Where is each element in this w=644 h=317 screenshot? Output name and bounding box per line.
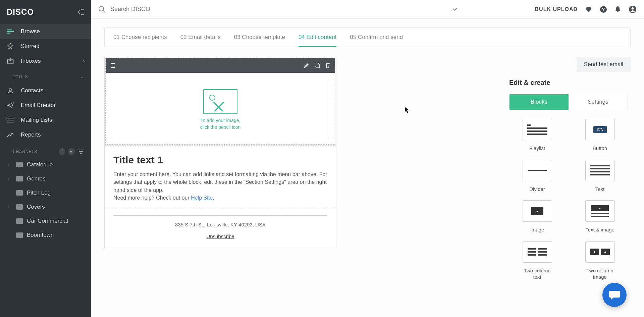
tab-settings[interactable]: Settings — [569, 94, 628, 110]
nav-label: Browse — [21, 28, 40, 35]
unsubscribe-link[interactable]: Unsubscribe — [113, 233, 327, 239]
bulk-upload-button[interactable]: BULK UPLOAD — [535, 6, 578, 12]
wizard-step-2[interactable]: 03 Choose template — [234, 28, 285, 47]
contacts-icon — [7, 87, 14, 94]
folder-icon — [16, 232, 23, 238]
nav-label: Email Creator — [21, 102, 56, 109]
channel-item-covers[interactable]: › Covers — [0, 200, 91, 214]
inspector-tabs: Blocks Settings — [509, 94, 628, 110]
block-thumb: ▲ — [585, 200, 615, 222]
send-icon — [7, 102, 14, 108]
section-tools-header[interactable]: TOOLS ⌄ — [0, 70, 91, 82]
folder-icon — [16, 218, 23, 224]
block-text[interactable]: Text — [577, 160, 623, 193]
block-button[interactable]: BTN Button — [577, 119, 623, 152]
channel-item-genres[interactable]: › Genres — [0, 172, 91, 186]
image-placeholder-icon — [203, 89, 237, 114]
block-label: Two columnimage — [586, 267, 613, 280]
tool-reports[interactable]: Reports — [0, 127, 91, 142]
wizard-step-4[interactable]: 05 Confirm and send — [350, 28, 403, 47]
email-canvas: To add your image, click the pencil icon… — [104, 57, 336, 248]
block-label: Image — [530, 226, 544, 233]
dropzone-text: To add your image, click the pencil icon — [200, 117, 241, 130]
channel-item-catalogue[interactable]: › Catalogue — [0, 158, 91, 172]
move-icon[interactable] — [110, 62, 116, 68]
tab-blocks[interactable]: Blocks — [509, 94, 569, 110]
channel-item-boomtown[interactable]: Boomtown — [0, 228, 91, 242]
channel-item-pitch-log[interactable]: Pitch Log — [0, 186, 91, 200]
block-thumb — [523, 119, 552, 140]
search-icon[interactable] — [98, 6, 106, 13]
footer-block: 835 S 7th St., Louisville, KY 40203, USA… — [105, 208, 336, 248]
block-thumb — [523, 160, 552, 181]
block-two-column-text[interactable]: Two columntext — [515, 241, 560, 280]
nav-main: Browse Starred Inboxes › — [0, 23, 91, 70]
chevron-down-icon: ⌄ — [80, 74, 84, 79]
send-test-button[interactable]: Send test email — [577, 57, 631, 72]
image-block-selected[interactable]: To add your image, click the pencil icon — [105, 58, 335, 145]
duplicate-icon[interactable] — [314, 62, 320, 68]
block-two-column-image[interactable]: ▲▲ Two columnimage — [577, 241, 623, 280]
channel-item-car-commercial[interactable]: Car Commercial — [0, 214, 91, 228]
chat-fab[interactable] — [602, 283, 627, 307]
channels-add-icon[interactable]: + — [68, 148, 75, 155]
channel-label: Covers — [27, 204, 45, 210]
chevron-right-icon — [8, 219, 12, 223]
tool-mailing-lists[interactable]: Mailing Lists — [0, 113, 91, 127]
chevron-right-icon — [8, 233, 12, 237]
folder-icon — [16, 190, 23, 196]
footer-address: 835 S 7th St., Louisville, KY 40203, USA — [113, 222, 327, 227]
nav-label: Reports — [21, 131, 41, 138]
help-site-link[interactable]: Help Site — [191, 195, 213, 201]
channel-label: Boomtown — [27, 232, 54, 239]
edit-icon[interactable] — [304, 62, 310, 68]
channels-filter-icon[interactable] — [77, 148, 84, 155]
app-logo: DISCO — [7, 7, 34, 17]
chevron-right-icon: › — [83, 58, 85, 64]
channel-label: Pitch Log — [27, 190, 51, 196]
svg-point-6 — [632, 7, 634, 9]
block-title: Title text 1 — [113, 154, 327, 166]
search-dropdown-icon[interactable] — [452, 8, 458, 11]
block-text-image[interactable]: ▲ Text & image — [577, 200, 623, 233]
nav-starred[interactable]: Starred — [0, 39, 91, 54]
folder-icon — [16, 204, 23, 210]
block-image[interactable]: ▲ Image — [515, 200, 560, 233]
block-divider[interactable]: Divider — [515, 160, 560, 193]
wizard-step-1[interactable]: 02 Email details — [180, 28, 221, 47]
section-channels-header: CHANNELS i + — [0, 144, 91, 158]
bell-icon[interactable] — [614, 6, 621, 13]
svg-rect-8 — [316, 64, 320, 68]
delete-icon[interactable] — [325, 62, 330, 68]
text-block[interactable]: Title text 1 Enter your content here. Yo… — [105, 145, 336, 208]
block-body: Enter your content here. You can add lin… — [113, 170, 327, 202]
block-label: Text & image — [585, 226, 614, 233]
folder-icon — [16, 176, 23, 181]
tool-email-creator[interactable]: Email Creator — [0, 98, 91, 113]
svg-point-1 — [9, 89, 12, 91]
wizard-step-0[interactable]: 01 Choose recipients — [113, 28, 167, 47]
channels-info-icon[interactable]: i — [59, 148, 65, 155]
block-thumb: BTN — [585, 119, 615, 140]
block-thumb — [523, 241, 552, 263]
wizard-step-3[interactable]: 04 Edit content — [299, 28, 336, 47]
help-icon[interactable]: ? — [600, 6, 607, 13]
channel-label: Genres — [27, 175, 46, 182]
block-label: Two columntext — [524, 267, 550, 280]
nav-browse[interactable]: Browse — [0, 24, 91, 39]
nav-label: Starred — [21, 43, 40, 50]
tool-contacts[interactable]: Contacts — [0, 83, 91, 98]
chevron-right-icon — [8, 191, 12, 195]
search-input[interactable] — [110, 6, 448, 13]
nav-label: Mailing Lists — [21, 117, 52, 123]
block-playlist[interactable]: Playlist — [515, 119, 560, 152]
chevron-right-icon: › — [8, 176, 12, 181]
heart-icon[interactable] — [585, 6, 592, 13]
inbox-icon — [7, 58, 14, 64]
collapse-sidebar-icon[interactable] — [77, 9, 84, 15]
wizard-steps: 01 Choose recipients02 Email details03 C… — [104, 28, 631, 47]
account-icon[interactable] — [629, 5, 637, 13]
nav-inboxes[interactable]: Inboxes › — [0, 54, 91, 68]
star-icon — [7, 43, 14, 50]
image-dropzone[interactable]: To add your image, click the pencil icon — [112, 79, 329, 138]
